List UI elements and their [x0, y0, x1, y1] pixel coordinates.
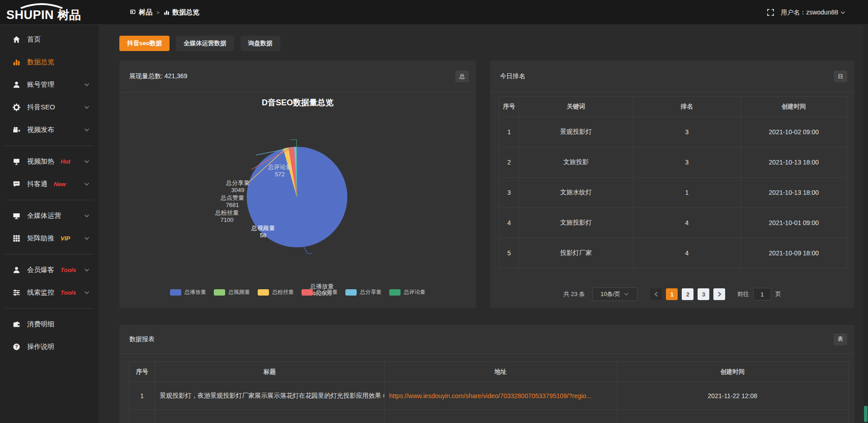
legend-item-总播放量[interactable]: 总播放量	[170, 288, 206, 296]
sidebar-divider	[0, 304, 98, 313]
sidebar-badge: Tools	[61, 267, 76, 273]
data-report-panel: 数据报表 表 序号标题地址创建时间1景观投影灯，夜游景观投影灯厂家展示展示落花灯…	[119, 325, 854, 423]
day-view-button[interactable]: 日	[834, 70, 847, 82]
sidebar-divider	[0, 249, 98, 258]
chevron-down-icon	[84, 214, 90, 218]
sidebar-item-consume-detail[interactable]: 消费明细	[0, 313, 98, 335]
pie-label-总评论量: 总评论量572	[268, 164, 292, 178]
rank-cell: 2	[500, 147, 519, 178]
sidebar-item-douyin-seo[interactable]: 抖音SEO	[0, 96, 98, 118]
video-link[interactable]: https://www.iesdouyin.com/share/video/70…	[389, 392, 592, 400]
page-size-value: 10条/页	[600, 290, 620, 298]
sidebar-item-label: 线索监控	[27, 288, 54, 297]
chart-panel: 展现量总数: 421,369 总 D音SEO数据量总览 总播放量402909总视…	[119, 61, 476, 308]
chart-icon	[164, 9, 170, 15]
scrollbar-thumb[interactable]	[864, 406, 868, 422]
page-button-1[interactable]: 1	[666, 288, 678, 300]
sidebar-item-label: 矩阵助推	[27, 234, 54, 243]
sidebar-item-member-baoke[interactable]: 会员爆客Tools	[0, 258, 98, 281]
tab-0[interactable]: 抖音seo数据	[119, 36, 170, 51]
chevron-down-icon	[84, 291, 90, 295]
legend-label: 总分享量	[360, 288, 382, 296]
prev-page-button[interactable]	[650, 288, 662, 300]
report-cell	[155, 410, 385, 423]
report-cell	[129, 410, 155, 423]
tab-1[interactable]: 全媒体运营数据	[176, 36, 234, 51]
report-panel-title: 数据报表	[129, 335, 155, 343]
sidebar-item-help[interactable]: ?操作说明	[0, 335, 98, 358]
wallet-icon	[13, 320, 20, 328]
table-view-button[interactable]: 表	[834, 334, 847, 345]
sidebar-badge: Tools	[61, 289, 76, 296]
sidebar-divider	[0, 195, 98, 204]
sidebar-item-account-manage[interactable]: 账号管理	[0, 73, 98, 96]
total-view-button[interactable]: 总	[455, 70, 469, 82]
sidebar-item-all-media[interactable]: 全媒体运营	[0, 204, 98, 227]
pie-callout-line	[290, 140, 297, 146]
next-page-button[interactable]	[713, 288, 725, 300]
sidebar-item-clue-monitor[interactable]: 线索监控Tools	[0, 281, 98, 304]
page-size-select[interactable]: 10条/页	[592, 287, 637, 301]
report-col-header: 创建时间	[617, 362, 848, 382]
user-icon	[13, 266, 20, 274]
report-cell	[617, 410, 848, 423]
sidebar-item-video-heat[interactable]: 视频加热Hot	[0, 150, 98, 173]
chevron-down-icon	[84, 236, 90, 240]
chat-icon	[13, 180, 20, 188]
legend-swatch	[345, 289, 357, 296]
user-menu[interactable]: 用户名：zswodun88	[781, 9, 845, 17]
sidebar-item-data-overview[interactable]: 数据总览	[0, 51, 98, 73]
report-panel-header: 数据报表 表	[119, 325, 854, 354]
rank-table-row: 4文旅投影灯42021-10-01 09:00	[500, 208, 847, 238]
sidebar-item-doukaitong[interactable]: 抖客通New	[0, 173, 98, 195]
rank-cell: 文旅水纹灯	[519, 178, 633, 208]
sidebar-item-video-publish[interactable]: 视频发布	[0, 118, 98, 141]
legend-item-总粉丝量[interactable]: 总粉丝量	[258, 288, 294, 296]
report-table-row	[129, 410, 849, 423]
tab-2[interactable]: 询盘数据	[241, 36, 280, 51]
legend-item-总视频量[interactable]: 总视频量	[214, 288, 250, 296]
sidebar-item-home[interactable]: 首页	[0, 28, 98, 51]
report-cell	[384, 410, 617, 423]
pie-svg	[119, 93, 476, 308]
sidebar-divider	[0, 141, 98, 150]
rank-col-header: 创建时间	[741, 97, 847, 117]
sidebar-badge: Hot	[61, 158, 71, 165]
breadcrumb-item-1[interactable]: 数据总览	[164, 8, 199, 17]
breadcrumb-item-0[interactable]: 树品	[130, 8, 152, 17]
pie-chart: D音SEO数据量总览 总播放量402909总视频量58总粉丝量7100总点赞量7…	[119, 93, 476, 308]
sidebar-item-label: 抖客通	[27, 180, 47, 188]
report-col-header: 地址	[384, 362, 617, 382]
sidebar-item-matrix-boost[interactable]: 矩阵助推VIP	[0, 227, 98, 249]
logo-text-cn: 树品	[57, 8, 81, 22]
page-button-3[interactable]: 3	[698, 288, 709, 300]
rank-cell: 投影灯厂家	[519, 238, 633, 268]
pagination: 共 23 条 10条/页 123 前往 页	[490, 287, 854, 301]
goto-page-input[interactable]	[753, 288, 771, 301]
rank-cell: 2021-10-02 09:00	[741, 117, 847, 147]
legend-item-总分享量[interactable]: 总分享量	[345, 288, 382, 296]
pie-label-总视频量: 总视频量58	[251, 225, 275, 239]
question-icon: ?	[13, 343, 20, 351]
rank-cell: 2021-10-13 18:00	[741, 178, 847, 208]
legend-item-总评论量[interactable]: 总评论量	[389, 288, 425, 296]
goto-suffix: 页	[775, 290, 781, 298]
legend-label: 总点赞量	[316, 288, 338, 296]
legend-swatch	[214, 289, 225, 296]
rank-cell: 4	[500, 208, 519, 238]
rank-cell: 2021-10-01 09:00	[741, 208, 847, 238]
rank-cell: 文旅投影	[519, 147, 633, 178]
page-button-2[interactable]: 2	[682, 288, 693, 300]
app-logo[interactable]: SHUPIN 树品	[6, 3, 97, 22]
legend-swatch	[302, 289, 313, 296]
sidebar-item-label: 会员爆客	[27, 266, 54, 274]
breadcrumb-separator: >	[156, 9, 160, 16]
legend-item-总点赞量[interactable]: 总点赞量	[302, 288, 338, 296]
chevron-down-icon	[840, 11, 845, 14]
rank-table: 序号关键词排名创建时间1景观投影灯32021-10-02 09:002文旅投影3…	[499, 96, 847, 268]
screen-icon	[130, 9, 136, 15]
user-icon	[13, 81, 20, 89]
rank-cell: 4	[633, 208, 741, 238]
fullscreen-icon[interactable]	[767, 9, 774, 16]
scrollbar[interactable]	[863, 25, 868, 423]
